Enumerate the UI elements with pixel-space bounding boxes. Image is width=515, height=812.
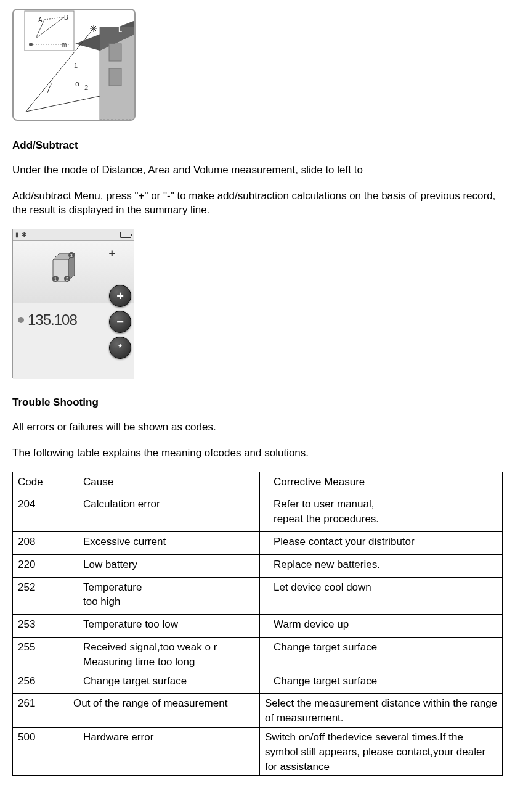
table-row: 256 Change target surface Change target … xyxy=(13,671,503,694)
statusbar: ▮ ✱ xyxy=(13,229,134,241)
bluetooth-button[interactable]: * xyxy=(109,337,131,359)
table-header-row: Code Cause Corrective Measure xyxy=(13,472,503,494)
volume-cube-icon: 1 2 3 xyxy=(47,250,81,287)
label-L: L xyxy=(118,26,122,33)
plus-indicator: + xyxy=(108,246,115,261)
reading-value: 135.108 xyxy=(28,310,77,330)
reading-marker-icon xyxy=(18,317,24,323)
table-row: 261 Out of the range of measurement Sele… xyxy=(13,694,503,728)
table-row: 204 Calculation error Refer to user manu… xyxy=(13,494,503,532)
table-row: 252 Temperaturetoo high Let device cool … xyxy=(13,577,503,615)
reading-row: 135.108 xyxy=(18,310,77,330)
para-trouble-1: All errors or failures will be shown as … xyxy=(12,420,503,435)
bluetooth-icon: ✱ xyxy=(22,231,26,239)
table-row: 253 Temperature too low Warm device up xyxy=(13,615,503,638)
para-add-subtract-2: Add/subtract Menu, press "+" or "-" to m… xyxy=(12,189,503,218)
svg-text:α: α xyxy=(75,79,80,88)
svg-text:3: 3 xyxy=(70,253,73,258)
screen-lower: 135.108 + − * xyxy=(13,303,134,379)
battery-icon xyxy=(120,232,131,238)
header-code: Code xyxy=(13,472,68,494)
table-row: 220 Low battery Replace new batteries. xyxy=(13,554,503,577)
svg-text:A: A xyxy=(38,17,43,23)
table-row: 208 Excessive current Please contact you… xyxy=(13,531,503,554)
table-row: 500 Hardware error Switch on/off thedevi… xyxy=(13,727,503,775)
header-measure: Corrective Measure xyxy=(260,472,503,494)
svg-line-7 xyxy=(26,96,100,112)
header-cause: Cause xyxy=(68,472,260,494)
svg-text:2: 2 xyxy=(84,84,88,91)
plus-button[interactable]: + xyxy=(109,285,131,307)
svg-rect-4 xyxy=(109,44,121,61)
heading-add-subtract: Add/Subtract xyxy=(12,138,503,153)
svg-text:2: 2 xyxy=(66,277,68,281)
svg-rect-5 xyxy=(109,68,121,86)
heading-trouble-shooting: Trouble Shooting xyxy=(12,395,503,410)
figure-angle-diagram: L 1 2 α A B m xyxy=(12,9,136,121)
signal-icon: ▮ xyxy=(15,231,19,239)
para-add-subtract-1: Under the mode of Distance, Area and Vol… xyxy=(12,163,503,178)
svg-text:m: m xyxy=(62,41,67,48)
minus-button[interactable]: − xyxy=(109,311,131,333)
table-row: 255 Received signal,too weak o r Measuri… xyxy=(13,637,503,671)
svg-text:B: B xyxy=(64,14,68,21)
svg-text:1: 1 xyxy=(74,62,78,69)
svg-text:1: 1 xyxy=(54,277,57,281)
svg-point-23 xyxy=(29,43,33,46)
figure-device-screenshot: ▮ ✱ 1 2 3 + 135.108 + − * xyxy=(12,229,134,378)
para-trouble-2: The following table explains the meaning… xyxy=(12,446,503,461)
error-codes-table: Code Cause Corrective Measure 204 Calcul… xyxy=(12,472,503,776)
